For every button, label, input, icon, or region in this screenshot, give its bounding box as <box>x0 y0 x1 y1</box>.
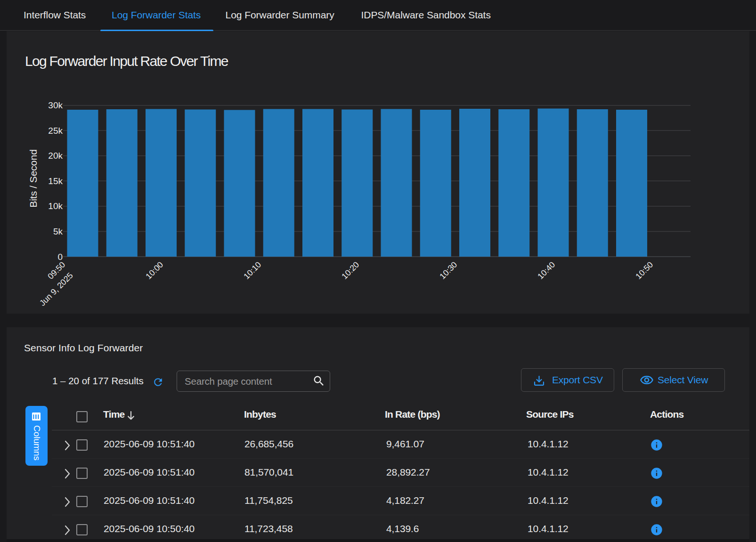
svg-text:10:30: 10:30 <box>438 260 459 281</box>
svg-text:20k: 20k <box>48 151 63 161</box>
svg-text:10:10: 10:10 <box>242 260 263 281</box>
svg-text:10k: 10k <box>48 201 63 211</box>
svg-text:15k: 15k <box>48 176 63 186</box>
svg-text:10:50: 10:50 <box>634 260 655 281</box>
svg-text:10:00: 10:00 <box>144 260 165 281</box>
svg-text:Bits / Second: Bits / Second <box>28 149 39 208</box>
svg-text:10:40: 10:40 <box>536 260 557 281</box>
svg-text:30k: 30k <box>48 100 63 110</box>
svg-text:25k: 25k <box>48 126 63 136</box>
svg-text:5k: 5k <box>53 227 63 236</box>
svg-text:10:20: 10:20 <box>340 260 361 281</box>
